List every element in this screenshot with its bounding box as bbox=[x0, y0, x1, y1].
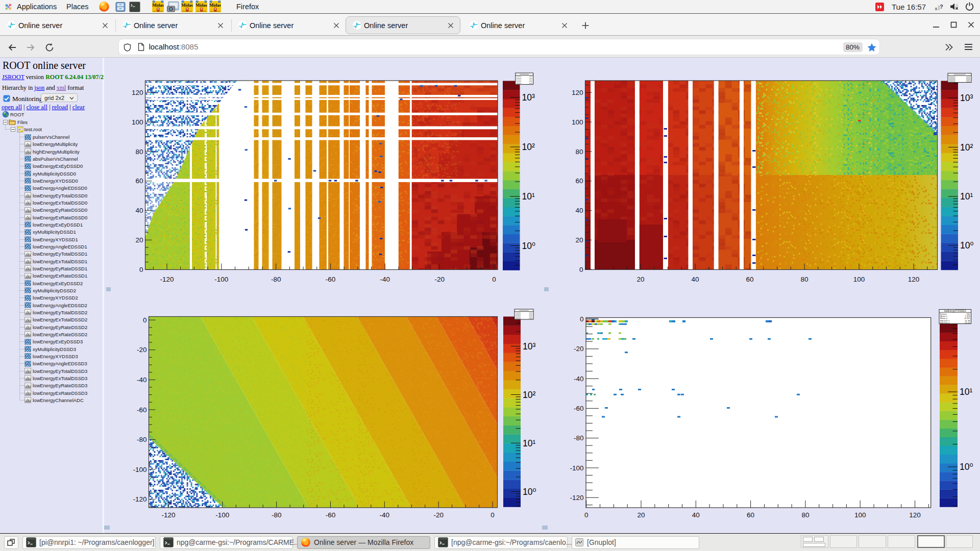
svg-text:-40: -40 bbox=[380, 276, 390, 283]
svg-text:0: 0 bbox=[584, 511, 589, 519]
svg-text:10³: 10³ bbox=[960, 93, 973, 103]
svg-text:-100: -100 bbox=[214, 276, 228, 283]
svg-text:100: 100 bbox=[572, 118, 583, 126]
svg-text:-20: -20 bbox=[434, 276, 445, 283]
svg-text:120: 120 bbox=[908, 276, 920, 283]
svg-text:?: ? bbox=[940, 4, 943, 10]
svg-text:10⁰: 10⁰ bbox=[522, 241, 535, 251]
svg-text:Midas: Midas bbox=[152, 3, 164, 8]
svg-text:0: 0 bbox=[580, 315, 584, 323]
svg-text:10¹: 10¹ bbox=[523, 438, 535, 448]
svg-text:120: 120 bbox=[572, 89, 583, 96]
svg-text:-100: -100 bbox=[215, 511, 229, 519]
svg-text:20: 20 bbox=[135, 236, 143, 244]
svg-text:20: 20 bbox=[575, 236, 583, 244]
svg-text:40: 40 bbox=[692, 511, 700, 519]
svg-text:80: 80 bbox=[801, 511, 809, 519]
svg-text:20: 20 bbox=[637, 511, 645, 519]
svg-text:-80: -80 bbox=[272, 511, 282, 519]
svg-text:60: 60 bbox=[135, 177, 143, 185]
svg-text:-120: -120 bbox=[160, 276, 174, 283]
svg-text:20: 20 bbox=[636, 276, 644, 283]
svg-text:10²: 10² bbox=[523, 390, 535, 400]
svg-text:80: 80 bbox=[800, 276, 808, 283]
svg-text:lowEnergyXYDSSD3: lowEnergyXYDSSD3 bbox=[944, 310, 966, 312]
svg-text:-100: -100 bbox=[570, 464, 583, 472]
svg-text:120: 120 bbox=[909, 511, 921, 519]
svg-text:-60: -60 bbox=[326, 276, 336, 283]
svg-text:0: 0 bbox=[139, 266, 143, 273]
svg-text:80: 80 bbox=[575, 148, 583, 156]
svg-text:40: 40 bbox=[575, 207, 583, 214]
svg-text:Midas: Midas bbox=[195, 3, 207, 8]
svg-text:60: 60 bbox=[575, 177, 583, 185]
svg-text:Midas: Midas bbox=[181, 3, 193, 8]
svg-text:-120: -120 bbox=[570, 494, 583, 502]
svg-text:-80: -80 bbox=[574, 434, 584, 442]
svg-text:120: 120 bbox=[132, 89, 143, 96]
svg-text:-80: -80 bbox=[137, 436, 147, 443]
svg-text:60: 60 bbox=[746, 276, 753, 283]
svg-text:-40: -40 bbox=[380, 511, 390, 519]
svg-text:12.01: 12.01 bbox=[965, 321, 970, 324]
svg-text:0: 0 bbox=[143, 316, 147, 324]
svg-text:10¹: 10¹ bbox=[522, 191, 535, 202]
svg-text:-100: -100 bbox=[133, 466, 146, 473]
svg-text:-60: -60 bbox=[574, 405, 584, 412]
svg-text:10⁰: 10⁰ bbox=[960, 462, 973, 472]
svg-text:0: 0 bbox=[491, 511, 495, 519]
svg-text:-80: -80 bbox=[271, 276, 281, 283]
svg-text:100: 100 bbox=[854, 511, 866, 519]
svg-text:0: 0 bbox=[492, 276, 496, 283]
svg-text:10²: 10² bbox=[522, 142, 535, 152]
svg-text:60: 60 bbox=[747, 511, 754, 519]
svg-text:100: 100 bbox=[132, 118, 143, 126]
svg-text:40: 40 bbox=[135, 207, 143, 214]
svg-text:Std Dev y: Std Dev y bbox=[940, 321, 950, 324]
svg-text:10³: 10³ bbox=[523, 341, 535, 352]
svg-text:-120: -120 bbox=[161, 511, 175, 519]
svg-text:10⁰: 10⁰ bbox=[960, 240, 973, 251]
svg-text:10¹: 10¹ bbox=[960, 387, 972, 397]
svg-text:80: 80 bbox=[135, 148, 143, 156]
svg-text:-40: -40 bbox=[574, 375, 584, 383]
svg-text:100: 100 bbox=[853, 276, 865, 283]
svg-text:0: 0 bbox=[579, 266, 583, 273]
svg-text:40: 40 bbox=[691, 276, 699, 283]
svg-text:-60: -60 bbox=[137, 406, 147, 414]
svg-text:10³: 10³ bbox=[522, 92, 535, 103]
svg-text:-40: -40 bbox=[137, 376, 147, 384]
svg-text:-60: -60 bbox=[326, 511, 336, 519]
svg-text:-20: -20 bbox=[433, 511, 444, 519]
svg-text:10¹: 10¹ bbox=[960, 191, 973, 202]
svg-text:-20: -20 bbox=[137, 346, 147, 354]
svg-text:-20: -20 bbox=[574, 345, 584, 353]
svg-text:-120: -120 bbox=[133, 495, 146, 503]
svg-text:Midas: Midas bbox=[209, 3, 221, 8]
svg-text:10²: 10² bbox=[960, 142, 973, 153]
svg-text:10⁰: 10⁰ bbox=[523, 487, 536, 497]
